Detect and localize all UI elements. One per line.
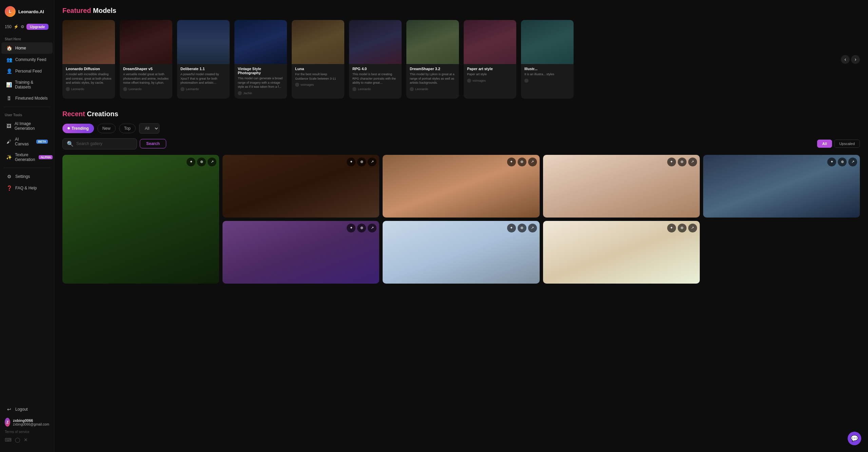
gallery-action-btn[interactable]: ✦ xyxy=(827,158,836,166)
gallery-item[interactable]: ✦ ⊕ ↗ xyxy=(223,221,379,284)
model-card[interactable]: RPG 4.0 This model is best at creating R… xyxy=(349,20,402,99)
gallery-action-btn2[interactable]: ⊕ xyxy=(518,158,526,166)
gallery-action-btn[interactable]: ✦ xyxy=(507,224,516,232)
sidebar-item-community-label: Community Feed xyxy=(15,57,46,62)
recent-title: Recent Creations xyxy=(62,110,860,118)
search-input-wrap: 🔍 xyxy=(62,138,137,149)
gallery-action-btn[interactable]: ✦ xyxy=(667,224,676,232)
featured-scroll[interactable]: Leonardo Diffusion A model with incredib… xyxy=(62,20,860,101)
author-avatar xyxy=(410,87,414,91)
gallery-overlay: ✦ ⊕ ↗ xyxy=(827,158,857,166)
gallery-action-btn3[interactable]: ↗ xyxy=(688,224,697,232)
model-card-author: Leonardo xyxy=(352,87,398,91)
model-card-image xyxy=(177,20,230,64)
gallery-action-btn2[interactable]: ⊕ xyxy=(357,224,366,232)
model-card[interactable]: Leonardo Diffusion A model with incredib… xyxy=(62,20,115,99)
model-card-body: Leonardo Diffusion A model with incredib… xyxy=(62,64,115,95)
sidebar-item-training-label: Training & Datasets xyxy=(15,80,48,89)
gallery-action-btn2[interactable]: ⊕ xyxy=(838,158,847,166)
discord-icon[interactable]: ⌨ xyxy=(5,437,12,443)
author-avatar xyxy=(295,83,299,87)
gallery-action-btn2[interactable]: ⊕ xyxy=(678,224,687,232)
model-card[interactable]: Paper art style Paper art style voImages xyxy=(464,20,516,99)
author-avatar xyxy=(66,87,70,91)
gallery-action-btn3[interactable]: ↗ xyxy=(368,224,377,232)
model-card-desc: Paper art style xyxy=(467,72,513,77)
view-all-button[interactable]: All xyxy=(817,140,832,148)
scroll-left-arrow[interactable]: ‹ xyxy=(841,55,850,64)
gallery-action-btn2[interactable]: ⊕ xyxy=(518,224,526,232)
search-input[interactable] xyxy=(76,141,133,146)
terms-link[interactable]: Terms of service xyxy=(0,429,54,434)
gallery-action-btn2[interactable]: ⊕ xyxy=(678,158,687,166)
sidebar-item-settings[interactable]: ⚙ Settings xyxy=(1,171,53,182)
gallery-item[interactable]: ✦ ⊕ ↗ xyxy=(223,155,379,218)
gallery-action-btn[interactable]: ✦ xyxy=(347,158,355,166)
sidebar-item-training[interactable]: 📊 Training & Datasets xyxy=(1,77,53,93)
chat-button[interactable]: 💬 xyxy=(848,432,861,445)
sidebar-item-faq[interactable]: ❓ FAQ & Help xyxy=(1,182,53,194)
sidebar-item-finetuned[interactable]: 🎛 Finetuned Models xyxy=(1,93,53,104)
sidebar-item-ai-image[interactable]: 🖼 AI Image Generation xyxy=(1,118,53,134)
gallery-item[interactable]: ✦ ⊕ ↗ xyxy=(703,155,860,218)
author-name: Jachin xyxy=(243,91,252,95)
model-card-name: Leonardo Diffusion xyxy=(66,67,112,71)
model-card[interactable]: DreamShaper v5 A versatile model great a… xyxy=(120,20,172,99)
gallery-action-btn3[interactable]: ↗ xyxy=(528,158,537,166)
texture-icon: ✨ xyxy=(6,155,12,160)
filter-new[interactable]: New xyxy=(97,124,116,133)
view-toggle: All Upscaled xyxy=(817,140,860,148)
scroll-right-arrow[interactable]: › xyxy=(851,55,860,64)
filter-category-select[interactable]: All xyxy=(139,123,159,133)
gallery-overlay: ✦ ⊕ ↗ xyxy=(187,158,216,166)
gallery-action-btn[interactable]: ✦ xyxy=(187,158,195,166)
sidebar-item-logout[interactable]: ↩ Logout xyxy=(1,404,53,415)
search-button[interactable]: Search xyxy=(140,139,166,148)
ai-canvas-icon: 🖌 xyxy=(6,139,12,144)
sidebar-item-logout-label: Logout xyxy=(15,407,28,412)
twitter-icon[interactable]: ✕ xyxy=(24,437,28,443)
gallery-action-btn3[interactable]: ↗ xyxy=(208,158,216,166)
gallery-overlay: ✦ ⊕ ↗ xyxy=(507,224,537,232)
model-card[interactable]: Vintage Style Photography This model can… xyxy=(234,20,287,99)
sidebar-item-home[interactable]: 🏠 Home xyxy=(1,42,53,54)
model-card[interactable]: Deliberate 1.1 A powerful model created … xyxy=(177,20,230,99)
gallery-action-btn2[interactable]: ⊕ xyxy=(197,158,206,166)
view-upscaled-button[interactable]: Upscaled xyxy=(834,140,860,148)
filter-top[interactable]: Top xyxy=(119,124,136,133)
sidebar-item-community[interactable]: 👥 Community Feed xyxy=(1,54,53,65)
sidebar-item-ai-canvas[interactable]: 🖌 AI Canvas BETA xyxy=(1,134,53,149)
sidebar-item-texture[interactable]: ✨ Texture Generation ALPHA xyxy=(1,149,53,165)
gallery-action-btn[interactable]: ✦ xyxy=(347,224,355,232)
gallery-action-btn3[interactable]: ↗ xyxy=(848,158,857,166)
gallery-action-btn[interactable]: ✦ xyxy=(507,158,516,166)
gallery-action-btn3[interactable]: ↗ xyxy=(368,158,377,166)
model-card-image xyxy=(62,20,115,64)
reddit-icon[interactable]: ◯ xyxy=(15,437,20,443)
sidebar-item-faq-label: FAQ & Help xyxy=(15,186,37,190)
model-card[interactable]: DreamShaper 3.2 This model by Lykon is g… xyxy=(406,20,459,99)
gallery-action-btn2[interactable]: ⊕ xyxy=(357,158,366,166)
model-card-author: Leonardo xyxy=(66,87,112,91)
gallery-item[interactable]: ✦ ⊕ ↗ xyxy=(543,221,700,284)
model-card[interactable]: Illustr... It is an illustra... styles xyxy=(521,20,574,99)
gallery-action-btn3[interactable]: ↗ xyxy=(688,158,697,166)
model-card-desc: This model by Lykon is great at a range … xyxy=(410,72,456,85)
upgrade-button[interactable]: Upgrade xyxy=(26,24,49,30)
gallery-item[interactable]: ✦ ⊕ ↗ xyxy=(383,221,539,284)
model-card-name: Illustr... xyxy=(524,67,570,71)
model-card[interactable]: Luna For the best result keep Guidance S… xyxy=(292,20,344,99)
sidebar-item-personal[interactable]: 👤 Personal Feed xyxy=(1,65,53,77)
gallery-action-btn[interactable]: ✦ xyxy=(667,158,676,166)
logo-area: L Leonardo.AI xyxy=(0,4,54,22)
gallery-item[interactable]: ✦ ⊕ ↗ xyxy=(383,155,539,218)
finetuned-icon: 🎛 xyxy=(6,96,12,101)
filter-trending[interactable]: Trending xyxy=(62,124,94,133)
gallery-action-btn3[interactable]: ↗ xyxy=(528,224,537,232)
gallery-item[interactable]: ✦ ⊕ ↗ xyxy=(62,155,219,284)
sidebar-item-finetuned-label: Finetuned Models xyxy=(15,96,47,101)
model-card-body: Paper art style Paper art style voImages xyxy=(464,64,516,86)
trending-dot xyxy=(67,127,70,129)
gallery-item[interactable]: ✦ ⊕ ↗ xyxy=(543,155,700,218)
start-here-label: Start Here xyxy=(0,34,54,42)
